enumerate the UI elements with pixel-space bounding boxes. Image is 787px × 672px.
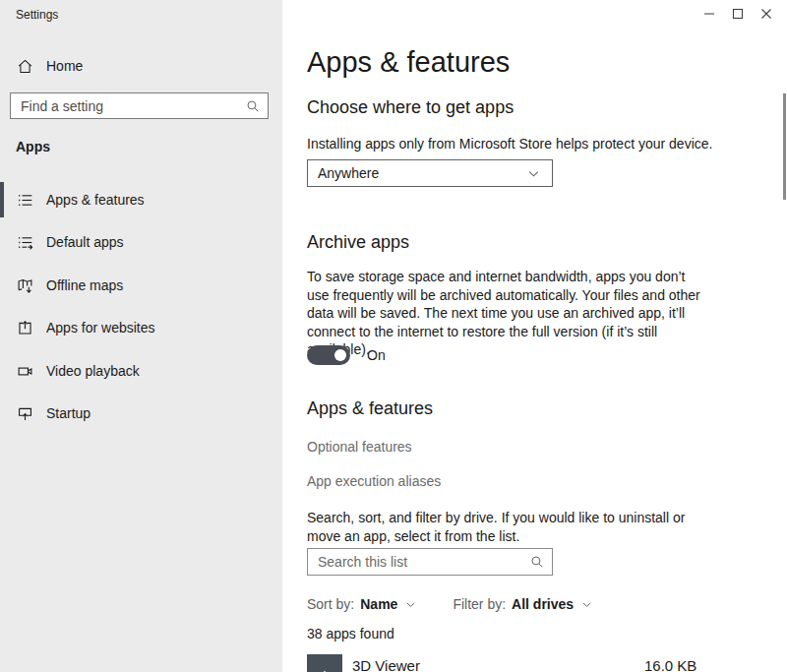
app-source-dropdown-value: Anywhere	[318, 165, 527, 181]
sidebar-item-label: Startup	[46, 405, 91, 421]
find-a-setting-input[interactable]: Find a setting	[10, 92, 269, 119]
list-bullets-icon	[16, 191, 33, 209]
sidebar-item-apps-features[interactable]: Apps & features	[0, 180, 282, 219]
choose-where-description: Installing apps only from Microsoft Stor…	[307, 135, 712, 153]
app-list-item-size: 16.0 KB	[644, 657, 696, 672]
sidebar-item-offline-maps[interactable]: Offline maps	[0, 266, 282, 305]
archive-apps-toggle[interactable]	[307, 345, 350, 365]
sidebar-item-default-apps[interactable]: Default apps	[0, 222, 282, 262]
chevron-down-icon	[527, 167, 540, 180]
filter-by-dropdown[interactable]: All drives	[512, 596, 574, 612]
search-sort-description: Search, sort, and filter by drive. If yo…	[307, 509, 710, 545]
minimize-button[interactable]	[701, 5, 717, 23]
page-title: Apps & features	[307, 46, 510, 79]
sidebar-item-label: Video playback	[46, 363, 140, 379]
search-icon	[246, 99, 260, 113]
maximize-button[interactable]	[730, 5, 746, 23]
find-a-setting-placeholder: Find a setting	[21, 98, 246, 114]
search-app-list-placeholder: Search this list	[318, 554, 530, 570]
filter-by-label: Filter by:	[453, 596, 506, 612]
app-execution-aliases-link[interactable]: App execution aliases	[307, 473, 441, 489]
toggle-knob	[334, 349, 346, 361]
video-camera-icon	[16, 362, 33, 380]
sidebar-item-label: Default apps	[46, 234, 124, 250]
list-arrow-icon	[16, 233, 33, 251]
sort-by-label: Sort by:	[307, 596, 354, 612]
chevron-down-icon[interactable]	[581, 599, 592, 610]
sidebar-section-apps: Apps	[16, 139, 50, 154]
settings-sidebar: Settings Home Find a setting Apps Apps &…	[0, 0, 282, 672]
sidebar-item-video-playback[interactable]: Video playback	[0, 351, 282, 391]
selected-accent-bar	[0, 182, 4, 217]
sidebar-item-label: Apps & features	[46, 192, 145, 208]
archive-apps-heading: Archive apps	[307, 232, 409, 253]
sidebar-item-startup[interactable]: Startup	[0, 394, 282, 433]
chevron-down-icon[interactable]	[405, 599, 416, 610]
choose-where-heading: Choose where to get apps	[307, 97, 514, 118]
vertical-scrollbar-thumb[interactable]	[783, 93, 786, 200]
home-icon	[16, 57, 33, 75]
map-download-icon	[16, 276, 33, 294]
apps-found-count: 38 apps found	[307, 626, 394, 641]
apps-features-heading: Apps & features	[307, 398, 433, 419]
3d-viewer-tile-icon[interactable]	[307, 654, 342, 672]
toggle-state-label: On	[367, 347, 386, 363]
app-source-dropdown[interactable]: Anywhere	[307, 159, 553, 187]
app-list-item-name[interactable]: 3D Viewer	[352, 657, 420, 672]
sidebar-item-home[interactable]: Home	[0, 53, 282, 79]
optional-features-link[interactable]: Optional features	[307, 439, 412, 455]
sidebar-item-label: Apps for websites	[46, 320, 155, 336]
window-controls	[701, 5, 774, 23]
search-app-list-input[interactable]: Search this list	[307, 548, 553, 576]
window-title: Settings	[16, 8, 58, 22]
sidebar-item-label: Offline maps	[46, 277, 123, 293]
box-arrow-up-icon	[16, 319, 33, 336]
search-icon	[530, 555, 544, 569]
close-button[interactable]	[758, 5, 774, 23]
sort-by-dropdown[interactable]: Name	[360, 596, 397, 612]
monitor-arrow-up-icon	[16, 404, 33, 422]
sidebar-item-apps-for-websites[interactable]: Apps for websites	[0, 308, 282, 347]
sidebar-home-label: Home	[46, 58, 83, 74]
